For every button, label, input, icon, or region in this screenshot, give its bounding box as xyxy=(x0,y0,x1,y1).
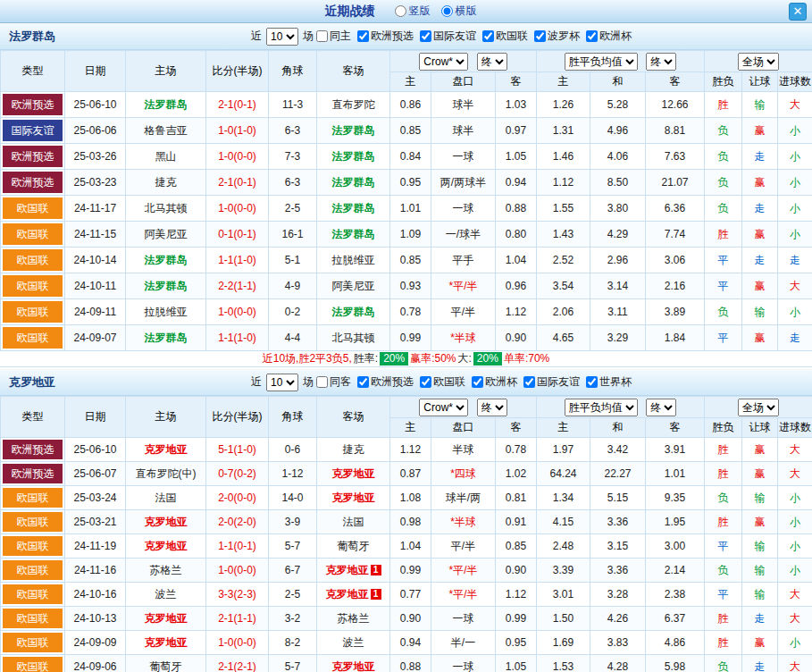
radio-horizontal-label: 横版 xyxy=(456,4,477,19)
competition-type-cell: 欧国联 xyxy=(1,248,65,273)
ah-line: *半球 xyxy=(431,510,496,534)
filter-checkbox[interactable]: 欧洲预选 xyxy=(357,374,414,390)
checkbox-input[interactable] xyxy=(586,30,598,42)
close-icon[interactable]: ✕ xyxy=(789,3,807,21)
away-team: 葡萄牙 xyxy=(317,534,390,559)
corner-count: 6-3 xyxy=(269,170,317,196)
filter-checkbox[interactable]: 同客 xyxy=(316,374,351,390)
checkbox-input[interactable] xyxy=(534,30,546,42)
match-date: 24-11-17 xyxy=(65,196,126,222)
filter-checkbox[interactable]: 国际友谊 xyxy=(523,374,580,390)
ah-home-odds: 0.93 xyxy=(390,273,431,299)
filter-checkbox[interactable]: 同主 xyxy=(316,29,351,44)
odds-time-select[interactable]: 终 xyxy=(477,399,507,416)
competition-badge: 欧洲预选 xyxy=(3,464,63,483)
checkbox-input[interactable] xyxy=(420,376,431,388)
layout-radio-horizontal[interactable]: 横版 xyxy=(441,4,477,19)
eu-home-odds: 1.31 xyxy=(537,118,590,144)
away-team: 北马其顿 xyxy=(317,325,390,351)
europe-time-select[interactable]: 终 xyxy=(646,399,676,416)
scope-select[interactable]: 全场 xyxy=(738,53,779,71)
radio-vertical-input[interactable] xyxy=(395,5,406,17)
filter-checkbox[interactable]: 世界杯 xyxy=(586,374,632,390)
col-header-score: 比分(半场) xyxy=(206,51,269,92)
checkbox-label: 波罗杯 xyxy=(548,29,580,44)
col-header-ah-line: 盘口 xyxy=(431,72,496,92)
odds-company-select[interactable]: Crow* xyxy=(419,399,468,416)
filter-checkbox[interactable]: 欧洲杯 xyxy=(586,29,632,44)
col-header-date: 日期 xyxy=(65,51,126,92)
ah-away-odds: 1.05 xyxy=(496,655,537,672)
checkbox-input[interactable] xyxy=(316,30,328,42)
odds-company-select[interactable]: Crow* xyxy=(419,53,468,71)
ah-away-odds: 1.02 xyxy=(496,462,537,486)
summary-text: 大: xyxy=(458,351,472,366)
scope-select[interactable]: 全场 xyxy=(738,399,779,416)
away-team: 克罗地亚 xyxy=(317,655,390,672)
checkbox-input[interactable] xyxy=(482,30,494,42)
match-row: 欧洲预选25-03-26黑山1-0(0-0)7-3法罗群岛0.84一球1.051… xyxy=(1,144,812,170)
ah-home-odds: 0.84 xyxy=(390,144,431,170)
goals-result-value: 小 xyxy=(778,299,812,325)
record-summary-bar: 近10场,胜2平3负5, 胜率:20% 赢率:50% 大:20% 单率:70% xyxy=(0,351,812,367)
competition-badge: 欧国联 xyxy=(3,560,63,580)
near-label: 近 xyxy=(251,29,262,44)
competition-badge: 欧国联 xyxy=(3,327,63,349)
checkbox-input[interactable] xyxy=(586,376,598,388)
odds-time-select[interactable]: 终 xyxy=(477,53,507,71)
home-team: 阿美尼亚 xyxy=(126,222,206,248)
checkbox-input[interactable] xyxy=(316,376,328,388)
filter-checkbox[interactable]: 欧国联 xyxy=(482,29,528,44)
summary-text: 近10场,胜2平3负5, xyxy=(263,351,352,366)
competition-badge: 欧国联 xyxy=(3,584,63,604)
europe-odds-select[interactable]: 胜平负均值 xyxy=(565,53,638,71)
filter-bar: 近 10 场 同主欧洲预选国际友谊欧国联波罗杯欧洲杯 xyxy=(248,28,638,46)
ah-home-odds: 0.85 xyxy=(390,118,431,144)
match-date: 24-09-09 xyxy=(65,631,126,655)
europe-odds-select[interactable]: 胜平负均值 xyxy=(565,399,638,416)
eu-home-odds: 4.65 xyxy=(537,325,590,351)
europe-time-select[interactable]: 终 xyxy=(646,53,676,71)
result-value: 胜 xyxy=(705,510,742,534)
filter-checkbox[interactable]: 欧洲预选 xyxy=(357,29,414,44)
col-header-result: 胜负 xyxy=(705,72,742,92)
away-team: 克罗地亚1 xyxy=(317,559,390,583)
ah-home-odds: 1.01 xyxy=(390,196,431,222)
match-row: 欧国联24-10-13克罗地亚2-1(1-1)3-2苏格兰0.90一球0.991… xyxy=(1,607,812,631)
eu-home-odds: 1.46 xyxy=(537,144,590,170)
home-team: 拉脱维亚 xyxy=(126,299,206,325)
filter-checkbox[interactable]: 国际友谊 xyxy=(420,29,476,44)
radio-horizontal-input[interactable] xyxy=(441,5,453,17)
result-value: 平 xyxy=(705,273,742,299)
goals-result-value: 小 xyxy=(778,510,812,534)
recent-count-select[interactable]: 10 xyxy=(266,374,298,391)
ah-away-odds: 0.81 xyxy=(496,486,537,510)
recent-count-select[interactable]: 10 xyxy=(266,28,298,46)
col-header-ah-home: 主 xyxy=(390,72,431,92)
filter-checkbox[interactable]: 欧洲杯 xyxy=(472,374,517,390)
eu-away-odds: 1.84 xyxy=(646,325,705,351)
checkbox-input[interactable] xyxy=(420,30,431,42)
checkbox-input[interactable] xyxy=(472,376,483,388)
corner-count: 6-7 xyxy=(269,559,317,583)
page-title: 近期战绩 xyxy=(325,4,375,20)
rate-badge: 20% xyxy=(473,352,502,365)
ah-line: 平/半 xyxy=(431,534,496,559)
checkbox-input[interactable] xyxy=(357,30,369,42)
goals-result-value: 走 xyxy=(778,325,812,351)
checkbox-label: 国际友谊 xyxy=(537,374,580,390)
filter-checkbox[interactable]: 波罗杯 xyxy=(534,29,580,44)
checkbox-label: 世界杯 xyxy=(599,374,632,390)
handicap-result-value: 输 xyxy=(742,559,778,583)
filter-checkbox[interactable]: 欧国联 xyxy=(420,374,465,390)
eu-draw-odds: 5.28 xyxy=(590,92,646,118)
layout-radio-vertical[interactable]: 竖版 xyxy=(395,4,431,19)
result-value: 负 xyxy=(705,486,742,510)
checkbox-input[interactable] xyxy=(523,376,535,388)
result-value: 负 xyxy=(705,559,742,583)
checkbox-input[interactable] xyxy=(357,376,369,388)
eu-draw-odds: 4.29 xyxy=(590,222,646,248)
section-croatia: 克罗地亚 近 10 场 同客欧洲预选欧国联欧洲杯国际友谊世界杯 类型 日期 主场… xyxy=(0,369,812,672)
competition-badge: 欧国联 xyxy=(3,249,63,271)
match-score: 1-1(0-1) xyxy=(206,534,269,559)
